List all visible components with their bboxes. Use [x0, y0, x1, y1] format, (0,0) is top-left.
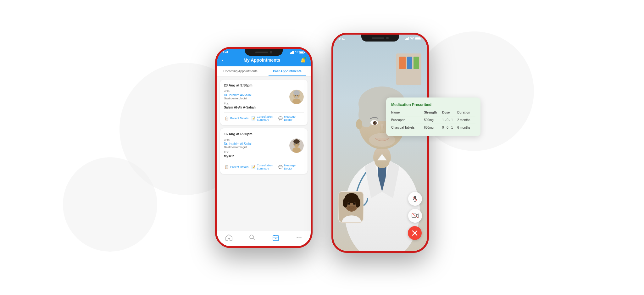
end-call-icon	[412, 230, 418, 236]
appt-info-2: With: Dr. Ibrahim Al-Sallal Gastroentero…	[224, 138, 289, 158]
col-strength: Strength	[424, 111, 442, 116]
bottom-nav: +	[217, 231, 311, 246]
notification-dot	[304, 57, 306, 59]
nav-home[interactable]	[225, 234, 232, 241]
battery-icon	[299, 51, 305, 54]
doctor-face-svg-2	[289, 138, 304, 153]
med-duration-2: 6 months	[457, 124, 475, 131]
appt-date-1: 23 Aug at 3:30pm	[224, 83, 304, 87]
end-call-button[interactable]	[408, 226, 422, 240]
appointment-card-1: 23 Aug at 3:30pm With: Dr. Ibrahim Al-Sa…	[220, 80, 308, 125]
patient-details-btn-1[interactable]: 📋 Patient Details	[224, 115, 249, 121]
mute-icon	[412, 196, 418, 202]
col-name: Name	[391, 111, 424, 116]
consultation-icon-2: 📝	[251, 165, 256, 169]
svg-point-21	[295, 144, 296, 144]
svg-point-11	[295, 95, 296, 96]
status-time-2: 9:41	[339, 37, 345, 40]
med-dose-2: 0 - 0 - 1	[442, 124, 457, 131]
appt-info-1: With: Dr. Ibrahim Al-Sallal Gastroentero…	[224, 90, 289, 109]
message-icon-1: 💬	[278, 116, 283, 120]
svg-point-71	[347, 206, 356, 211]
svg-point-31	[297, 237, 298, 238]
message-doctor-btn-1[interactable]: 💬 Message Doctor	[278, 115, 304, 121]
wifi-icon	[295, 51, 298, 53]
camera-off-button[interactable]	[408, 209, 422, 223]
svg-point-23	[250, 235, 253, 239]
svg-rect-62	[415, 38, 420, 40]
tab-past[interactable]: Past Appointments	[264, 66, 311, 76]
svg-rect-5	[300, 52, 303, 53]
specialty-2: Gastroenterologist	[224, 146, 289, 149]
svg-point-70	[353, 203, 355, 205]
camera-1	[270, 51, 272, 53]
med-strength-2: 650mg	[424, 124, 442, 131]
svg-text:+: +	[275, 237, 276, 239]
svg-point-55	[356, 119, 362, 129]
consultation-label-1: Consultation Summary	[257, 115, 277, 121]
nav-appointments[interactable]: +	[272, 234, 279, 241]
svg-rect-6	[304, 52, 305, 53]
patient-details-label-1: Patient Details	[230, 117, 248, 120]
phone-appointments: 9:41	[215, 47, 313, 248]
appt-actions-1: 📋 Patient Details 📝 Consultation Summary…	[224, 112, 304, 121]
wifi-icon-2	[410, 37, 414, 40]
patient-small-video	[338, 191, 364, 223]
patient-details-btn-2[interactable]: 📋 Patient Details	[224, 164, 249, 170]
phone-2-screen: 9:41	[333, 35, 427, 251]
phone-video-call: 9:41	[331, 33, 429, 253]
for-label-1: For:	[224, 102, 289, 105]
svg-point-17	[293, 139, 300, 144]
svg-rect-3	[293, 51, 294, 54]
svg-point-68	[355, 198, 360, 208]
svg-rect-58	[406, 38, 407, 40]
svg-rect-0	[290, 53, 291, 54]
signal-icon	[290, 51, 294, 54]
nav-search[interactable]	[249, 234, 255, 241]
mute-button[interactable]	[408, 192, 422, 206]
doctor-avatar-2	[289, 138, 304, 153]
home-icon	[225, 234, 232, 241]
doctor-name-2: Dr. Ibrahim Al-Sallal	[224, 142, 289, 146]
message-doctor-btn-2[interactable]: 💬 Message Doctor	[278, 164, 304, 170]
bell-icon[interactable]: 🔔	[300, 58, 306, 63]
svg-rect-1	[291, 52, 292, 54]
svg-point-10	[293, 90, 300, 95]
svg-point-12	[297, 95, 298, 96]
patient-details-icon-1: 📋	[225, 116, 229, 120]
svg-point-32	[299, 237, 300, 238]
svg-point-22	[297, 144, 298, 144]
medication-table: Name Strength Dose Duration Buscopan 500…	[391, 111, 475, 131]
message-icon-2: 💬	[278, 165, 283, 169]
medication-card: Medication Prescribed Name Strength Dose…	[386, 97, 480, 136]
phone-notch-1	[245, 49, 283, 56]
svg-rect-37	[407, 57, 412, 69]
med-row-1: Buscopan 500mg 1 - 0 - 1 2 months	[391, 116, 475, 124]
svg-point-52	[375, 122, 376, 123]
consultation-btn-1[interactable]: 📝 Consultation Summary	[251, 115, 277, 121]
consultation-icon-1: 📝	[251, 116, 256, 120]
consultation-btn-2[interactable]: 📝 Consultation Summary	[251, 164, 277, 170]
camera-off-icon	[412, 213, 419, 219]
appt-actions-2: 📋 Patient Details 📝 Consultation Summary…	[224, 161, 304, 170]
appt-body-2: With: Dr. Ibrahim Al-Sallal Gastroentero…	[224, 138, 304, 158]
header-title: My Appointments	[224, 58, 300, 63]
svg-line-24	[253, 238, 255, 241]
appointments-list: 23 Aug at 3:30pm With: Dr. Ibrahim Al-Sa…	[217, 76, 311, 236]
speaker-1	[255, 52, 268, 53]
status-icons-2	[405, 37, 421, 40]
status-bar-2: 9:41	[333, 37, 427, 40]
doctor-avatar-1	[289, 90, 304, 104]
doctor-name-1: Dr. Ibrahim Al-Sallal	[224, 93, 289, 97]
col-duration: Duration	[457, 111, 475, 116]
svg-rect-57	[405, 39, 406, 40]
status-time-1: 9:41	[223, 51, 228, 54]
tab-upcoming[interactable]: Upcoming Appointments	[217, 66, 264, 76]
patient-details-icon-2: 📋	[225, 165, 229, 169]
nav-more[interactable]	[296, 234, 302, 241]
battery-icon-2	[415, 37, 421, 40]
svg-rect-77	[412, 214, 416, 217]
med-strength-1: 500mg	[424, 116, 442, 124]
phone-1-screen: 9:41	[217, 49, 311, 246]
patient-name-1: Salem Al-Ali A-Sabah	[224, 106, 289, 109]
